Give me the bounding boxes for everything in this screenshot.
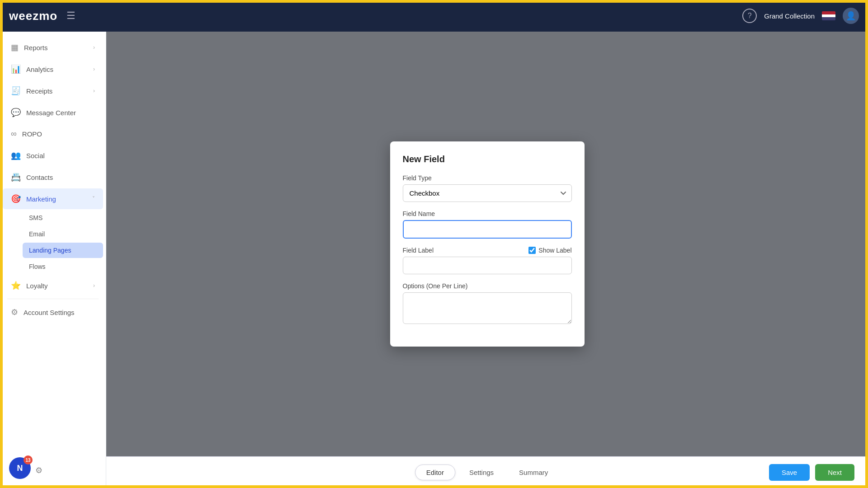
- user-initial: N: [17, 464, 23, 473]
- modal-overlay: New Field Field Type Checkbox Text Numbe…: [106, 32, 868, 456]
- field-name-group: Field Name: [403, 210, 572, 239]
- sidebar-item-label: ROPO: [22, 130, 42, 138]
- settings-icon: ⚙: [11, 307, 18, 317]
- sidebar: ▦ Reports › 📊 Analytics › 🧾 Receipts › 💬…: [0, 32, 106, 488]
- sidebar-item-label: Analytics: [26, 66, 53, 73]
- ropo-icon: ∞: [11, 129, 17, 139]
- main-content: New Field Field Type Checkbox Text Numbe…: [106, 32, 868, 488]
- reports-icon: ▦: [11, 42, 19, 52]
- bottom-settings-icon[interactable]: ⚙: [35, 465, 42, 475]
- show-label-wrap: Show Label: [528, 247, 571, 254]
- chevron-icon: ›: [93, 88, 95, 94]
- navbar: weezmo ☰ ? Grand Collection 👤: [0, 0, 868, 32]
- chevron-icon: ›: [93, 66, 95, 72]
- contacts-icon: 📇: [11, 172, 21, 182]
- options-group: Options (One Per Line): [403, 282, 572, 326]
- sidebar-item-label: Message Center: [26, 109, 76, 117]
- tab-settings[interactable]: Settings: [458, 465, 505, 480]
- save-button[interactable]: Save: [769, 464, 810, 481]
- tab-summary[interactable]: Summary: [508, 465, 559, 480]
- navbar-right: ? Grand Collection 👤: [742, 8, 859, 24]
- sidebar-item-analytics[interactable]: 📊 Analytics ›: [3, 59, 103, 80]
- sidebar-item-label: Loyalty: [26, 282, 48, 290]
- layout: ▦ Reports › 📊 Analytics › 🧾 Receipts › 💬…: [0, 0, 868, 488]
- field-label-row: Field Label Show Label: [403, 247, 572, 254]
- sidebar-item-reports[interactable]: ▦ Reports ›: [3, 37, 103, 58]
- chevron-down-icon: ˅: [92, 196, 95, 202]
- show-label-text: Show Label: [538, 247, 571, 254]
- field-label-input[interactable]: [403, 257, 572, 274]
- sidebar-item-ropo[interactable]: ∞ ROPO: [3, 124, 103, 144]
- show-label-checkbox[interactable]: [528, 247, 536, 254]
- analytics-icon: 📊: [11, 64, 21, 74]
- receipts-icon: 🧾: [11, 86, 21, 96]
- sidebar-item-sms[interactable]: SMS: [23, 210, 103, 225]
- bottom-tabs: Editor Settings Summary: [415, 465, 560, 480]
- notification-badge: 13: [24, 455, 33, 465]
- logo: weezmo: [9, 9, 57, 23]
- field-type-group: Field Type Checkbox Text Number Date Dro…: [403, 174, 572, 202]
- sidebar-item-label: Receipts: [26, 87, 52, 95]
- collection-name: Grand Collection: [764, 12, 815, 20]
- chevron-icon: ›: [93, 44, 95, 51]
- sidebar-item-label: Social: [26, 152, 45, 160]
- user-badge[interactable]: N 13: [9, 457, 31, 479]
- modal-title: New Field: [403, 154, 572, 164]
- new-field-modal: New Field Field Type Checkbox Text Numbe…: [390, 141, 585, 347]
- sidebar-item-message-center[interactable]: 💬 Message Center: [3, 102, 103, 123]
- sidebar-item-receipts[interactable]: 🧾 Receipts ›: [3, 80, 103, 101]
- field-label-group: Field Label Show Label: [403, 247, 572, 274]
- field-name-label: Field Name: [403, 210, 572, 217]
- sidebar-item-contacts[interactable]: 📇 Contacts: [3, 167, 103, 188]
- sidebar-item-label: Marketing: [26, 195, 56, 203]
- bottom-buttons: Save Next: [769, 464, 854, 481]
- social-icon: 👥: [11, 150, 21, 160]
- sidebar-item-flows[interactable]: Flows: [23, 259, 103, 274]
- chevron-icon: ›: [93, 282, 95, 289]
- logo-text: weezmo: [9, 9, 57, 23]
- field-type-select[interactable]: Checkbox Text Number Date Dropdown Radio: [403, 184, 572, 202]
- tab-editor[interactable]: Editor: [415, 465, 455, 480]
- options-label: Options (One Per Line): [403, 282, 572, 290]
- options-textarea[interactable]: [403, 292, 572, 324]
- sidebar-item-label: Contacts: [26, 174, 53, 181]
- sidebar-item-label: Reports: [24, 44, 48, 52]
- language-flag[interactable]: [822, 11, 835, 20]
- menu-icon[interactable]: ☰: [66, 10, 75, 22]
- sidebar-item-landing-pages[interactable]: Landing Pages: [23, 243, 103, 258]
- avatar-icon: 👤: [846, 11, 856, 21]
- loyalty-icon: ⭐: [11, 281, 21, 291]
- message-center-icon: 💬: [11, 108, 21, 117]
- sidebar-divider: [7, 299, 99, 299]
- sidebar-item-email[interactable]: Email: [23, 226, 103, 242]
- field-type-label: Field Type: [403, 174, 572, 182]
- field-name-input[interactable]: [403, 220, 572, 239]
- sidebar-item-marketing[interactable]: 🎯 Marketing ˅: [3, 188, 103, 209]
- sidebar-item-label: Account Settings: [24, 309, 75, 316]
- bottom-bar: Editor Settings Summary Save Next: [106, 456, 868, 488]
- next-button[interactable]: Next: [815, 464, 854, 481]
- sidebar-item-account-settings[interactable]: ⚙ Account Settings: [3, 302, 103, 323]
- field-label-label: Field Label: [403, 247, 434, 254]
- marketing-icon: 🎯: [11, 194, 21, 204]
- sidebar-item-social[interactable]: 👥 Social: [3, 145, 103, 166]
- marketing-submenu: SMS Email Landing Pages Flows: [0, 210, 106, 274]
- user-avatar[interactable]: 👤: [843, 8, 859, 24]
- help-button[interactable]: ?: [742, 9, 757, 23]
- sidebar-item-loyalty[interactable]: ⭐ Loyalty ›: [3, 275, 103, 296]
